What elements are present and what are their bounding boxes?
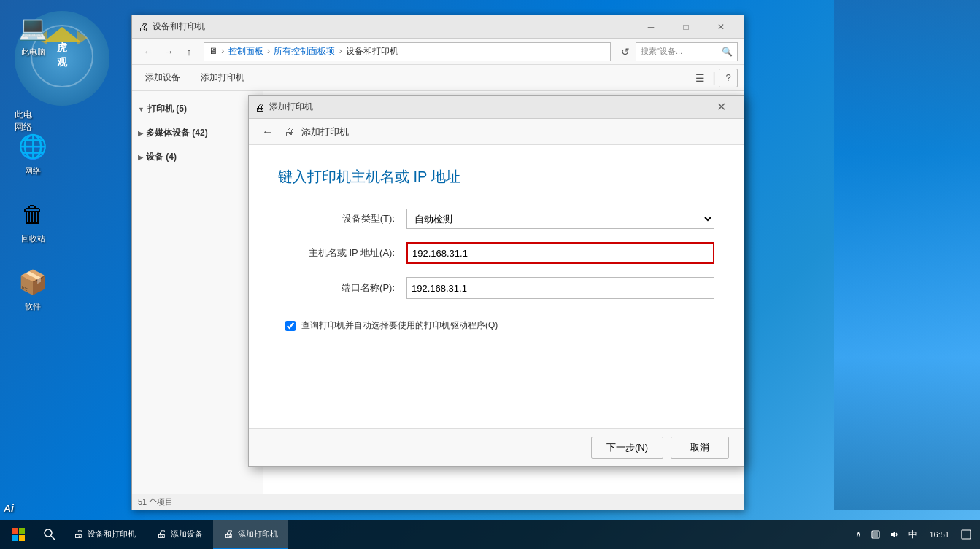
checkbox-row: 查询打印机并自动选择要使用的打印机驱动程序(Q) — [278, 319, 714, 332]
device-type-select-wrapper: 自动检测 — [406, 209, 714, 229]
printers-section-label: 打印机 (5) — [147, 103, 187, 115]
taskbar-search-button[interactable] — [36, 520, 63, 549]
dialog-back-button[interactable]: ← — [258, 122, 278, 142]
window-controls: ─ □ ✕ — [634, 17, 738, 37]
svg-marker-24 — [891, 531, 895, 538]
tray-time: 16:51 — [929, 530, 949, 539]
forward-button[interactable]: → — [158, 42, 179, 62]
svg-point-20 — [45, 529, 52, 537]
desktop: 虎 观 此电 网络 💻 此电脑 🌐 网络 🗑 回收站 — [0, 0, 980, 549]
port-input[interactable] — [406, 277, 714, 299]
taskbar: 🖨 设备和打印机 🖨 添加设备 🖨 添加打印机 ∧ — [0, 520, 980, 549]
device-type-label: 设备类型(T): — [278, 212, 395, 225]
breadcrumb-part3[interactable]: 所有控制面板项 — [274, 46, 335, 56]
multimedia-section-header[interactable]: ▶ 多媒体设备 (42) — [132, 124, 263, 142]
dialog-nav-icon: 🖨 — [284, 125, 296, 139]
breadcrumb-part1: 🖥 — [209, 46, 217, 56]
software-label: 软件 — [25, 301, 41, 312]
devices-section-header[interactable]: ▶ 设备 (4) — [132, 148, 263, 166]
up-button[interactable]: ↑ — [179, 42, 199, 62]
search-box[interactable]: 搜索"设备... 🔍 — [636, 42, 738, 61]
tray-volume-icon[interactable] — [887, 520, 903, 549]
devices-arrow-icon: ▶ — [138, 154, 143, 161]
tray-notification-icon[interactable] — [958, 520, 974, 549]
explorer-title-text: 设备和打印机 — [153, 20, 634, 33]
hostname-row: 主机名或 IP 地址(A): — [278, 242, 714, 264]
dialog-heading: 键入打印机主机名或 IP 地址 — [278, 167, 714, 187]
add-printer-button[interactable]: 添加打印机 — [193, 69, 252, 86]
watermark: Ai — [4, 502, 14, 514]
device-type-row: 设备类型(T): 自动检测 — [278, 209, 714, 229]
back-button[interactable]: ← — [138, 42, 158, 62]
taskbar-item-devices[interactable]: 🖨 设备和打印机 — [63, 520, 146, 549]
auto-select-checkbox[interactable] — [285, 321, 296, 331]
device-type-select[interactable]: 自动检测 — [406, 209, 714, 229]
address-bar[interactable]: 🖥 › 控制面板 › 所有控制面板项 › 设备和打印机 — [204, 42, 611, 61]
dialog-nav-text: 添加打印机 — [301, 125, 349, 139]
tray-arrow-icon[interactable]: ∧ — [852, 520, 865, 549]
taskbar-add-device-icon: 🖨 — [156, 528, 166, 540]
breadcrumb-part2[interactable]: 控制面板 — [228, 46, 263, 56]
tray-lang-icon[interactable]: 中 — [906, 520, 920, 549]
search-placeholder: 搜索"设备... — [641, 46, 719, 57]
taskbar-items: 🖨 设备和打印机 🖨 添加设备 🖨 添加打印机 — [63, 520, 846, 549]
minimize-button[interactable]: ─ — [634, 17, 668, 37]
taskbar-devices-icon: 🖨 — [73, 528, 83, 540]
add-device-button[interactable]: 添加设备 — [138, 69, 188, 86]
tray-clock[interactable]: 16:51 — [923, 530, 955, 539]
search-icon: 🔍 — [722, 47, 733, 57]
system-tray: ∧ 中 16:51 — [846, 520, 980, 549]
network-label: 网络 — [25, 166, 41, 176]
svg-rect-16 — [12, 528, 18, 534]
dialog-title-text: 添加打印机 — [269, 101, 704, 113]
this-pc-icon: 💻 — [15, 10, 50, 45]
maximize-button[interactable]: □ — [669, 17, 703, 37]
desktop-icon-recycle[interactable]: 🗑 回收站 — [4, 194, 62, 247]
cancel-button[interactable]: 取消 — [671, 437, 729, 459]
taskbar-item-add-device[interactable]: 🖨 添加设备 — [146, 520, 213, 549]
dialog-title-icon: 🖨 — [255, 101, 265, 113]
printers-section-header[interactable]: ▼ 打印机 (5) — [132, 100, 263, 118]
port-row: 端口名称(P): — [278, 277, 714, 299]
taskbar-devices-label: 设备和打印机 — [88, 529, 136, 540]
hostname-input[interactable] — [406, 242, 714, 264]
help-button[interactable]: ? — [719, 69, 738, 87]
refresh-button[interactable]: ↺ — [615, 42, 636, 62]
multimedia-section: ▶ 多媒体设备 (42) — [132, 121, 263, 145]
recycle-icon: 🗑 — [15, 197, 50, 232]
svg-rect-23 — [873, 532, 878, 537]
dialog-nav: ← 🖨 添加打印机 — [249, 119, 744, 145]
desktop-icons: 💻 此电脑 🌐 网络 🗑 回收站 📦 软件 — [4, 7, 62, 315]
status-count: 51 个项目 — [138, 497, 173, 507]
software-icon: 📦 — [15, 265, 50, 300]
printers-section: ▼ 打印机 (5) — [132, 97, 263, 121]
dialog-footer: 下一步(N) 取消 — [249, 428, 744, 466]
svg-rect-18 — [12, 535, 18, 541]
breadcrumb-part4: 设备和打印机 — [346, 46, 398, 56]
this-pc-label: 此电脑 — [21, 47, 45, 58]
explorer-title-icon: 🖨 — [138, 21, 148, 33]
desktop-icon-software[interactable]: 📦 软件 — [4, 262, 62, 315]
svg-line-21 — [51, 536, 55, 540]
hostname-label: 主机名或 IP 地址(A): — [278, 246, 395, 260]
desktop-icon-this-pc[interactable]: 💻 此电脑 — [4, 7, 62, 61]
port-label: 端口名称(P): — [278, 281, 395, 295]
devices-section: ▶ 设备 (4) — [132, 145, 263, 169]
checkbox-label: 查询打印机并自动选择要使用的打印机驱动程序(Q) — [301, 319, 498, 332]
status-bar: 51 个项目 — [132, 494, 744, 510]
network-icon: 🌐 — [15, 129, 50, 164]
right-decoration — [834, 0, 980, 510]
device-type-field: 自动检测 — [406, 209, 714, 229]
dialog-close-button[interactable]: ✕ — [704, 97, 738, 117]
recycle-label: 回收站 — [21, 233, 45, 244]
next-button[interactable]: 下一步(N) — [591, 437, 663, 459]
start-button[interactable] — [0, 520, 36, 549]
close-button[interactable]: ✕ — [704, 17, 738, 37]
view-toggle-button[interactable]: ☰ — [690, 69, 709, 87]
printers-arrow-icon: ▼ — [138, 106, 144, 113]
taskbar-item-add-printer[interactable]: 🖨 添加打印机 — [213, 520, 288, 549]
tray-network-icon[interactable] — [868, 520, 884, 549]
desktop-icon-network[interactable]: 🌐 网络 — [4, 126, 62, 179]
breadcrumb: 🖥 › 控制面板 › 所有控制面板项 › 设备和打印机 — [209, 45, 398, 58]
sidebar-nav: ▼ 打印机 (5) ▶ 多媒体设备 (42) ▶ 设备 (4) — [132, 91, 263, 494]
